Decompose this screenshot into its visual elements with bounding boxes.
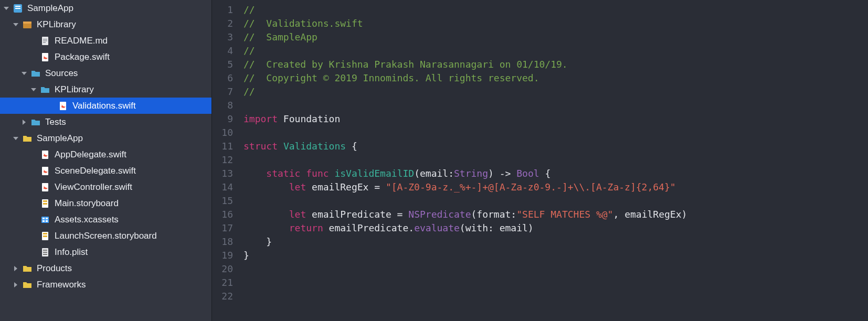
tree-item-label: SampleApp — [27, 3, 73, 14]
storyboard-icon — [40, 198, 50, 209]
folder-sky-icon — [30, 68, 41, 79]
line-number: 4 — [212, 44, 244, 58]
code-line[interactable]: 22 — [212, 290, 868, 303]
svg-rect-26 — [43, 250, 47, 251]
code-content: } — [244, 235, 272, 249]
disclosure-down-icon[interactable] — [3, 5, 9, 12]
svg-rect-11 — [42, 151, 48, 159]
line-number: 16 — [212, 208, 244, 221]
code-line[interactable]: 1// — [212, 3, 868, 17]
folder-sky-icon — [40, 84, 50, 95]
doc-icon — [40, 36, 50, 46]
code-line[interactable]: 3// SampleApp — [212, 30, 868, 44]
tree-item-label: KPLibrary — [37, 19, 76, 30]
code-line[interactable]: 4// — [212, 44, 868, 58]
code-line[interactable]: 10 — [212, 126, 868, 140]
code-line[interactable]: 6// Copyright © 2019 Innominds. All righ… — [212, 71, 868, 85]
tree-item-label: Package.swift — [55, 52, 110, 62]
xcodeproj-icon — [13, 3, 23, 14]
code-line[interactable]: 19} — [212, 249, 868, 262]
svg-rect-1 — [15, 6, 20, 7]
line-number: 22 — [212, 290, 244, 303]
tree-item-assets-xcassets[interactable]: Assets.xcassets — [0, 211, 211, 228]
code-content: import Foundation — [244, 112, 340, 126]
line-number: 15 — [212, 194, 244, 208]
line-number: 21 — [212, 276, 244, 290]
code-content: // Copyright © 2019 Innominds. All right… — [244, 71, 539, 85]
code-line[interactable]: 8 — [212, 99, 868, 112]
tree-item-readme-md[interactable]: README.md — [0, 33, 211, 49]
line-number: 1 — [212, 3, 244, 17]
assets-icon — [40, 215, 50, 225]
tree-item-kplibrary[interactable]: KPLibrary — [0, 16, 211, 33]
tree-item-launchscreen-storyboard[interactable]: LaunchScreen.storyboard — [0, 228, 211, 244]
folder-yellow-icon — [22, 263, 33, 274]
tree-item-scenedelegate-swift[interactable]: SceneDelegate.swift — [0, 163, 211, 179]
tree-item-viewcontroller-swift[interactable]: ViewController.swift — [0, 179, 211, 195]
disclosure-down-icon[interactable] — [13, 135, 19, 142]
tree-item-sources[interactable]: Sources — [0, 65, 211, 81]
project-navigator[interactable]: SampleAppKPLibraryREADME.mdPackage.swift… — [0, 0, 212, 321]
disclosure-right-icon[interactable] — [21, 119, 27, 125]
tree-item-label: Frameworks — [37, 280, 86, 290]
tree-item-frameworks[interactable]: Frameworks — [0, 276, 211, 293]
tree-item-sampleapp[interactable]: SampleApp — [0, 130, 211, 146]
code-line[interactable]: 15 — [212, 194, 868, 208]
code-line[interactable]: 12 — [212, 153, 868, 167]
tree-item-tests[interactable]: Tests — [0, 114, 211, 130]
code-line[interactable]: 16 let emailPredicate = NSPredicate(form… — [212, 208, 868, 221]
disclosure-down-icon[interactable] — [30, 87, 37, 93]
code-line[interactable]: 5// Created by Krishna Prakash Narasanna… — [212, 58, 868, 71]
tree-item-package-swift[interactable]: Package.swift — [0, 49, 211, 65]
tree-item-label: Validations.swift — [72, 101, 136, 111]
tree-item-kplibrary[interactable]: KPLibrary — [0, 81, 211, 98]
svg-rect-20 — [43, 220, 45, 222]
tree-item-label: Main.storyboard — [55, 198, 119, 209]
svg-rect-10 — [60, 102, 66, 110]
line-number: 2 — [212, 17, 244, 30]
tree-item-appdelegate-swift[interactable]: AppDelegate.swift — [0, 146, 211, 163]
folder-sky-icon — [30, 117, 41, 127]
code-line[interactable]: 20 — [212, 262, 868, 276]
code-line[interactable]: 21 — [212, 276, 868, 290]
code-editor[interactable]: 1//2// Validations.swift3// SampleApp4//… — [212, 0, 868, 321]
line-number: 3 — [212, 30, 244, 44]
code-line[interactable]: 2// Validations.swift — [212, 17, 868, 30]
tree-item-sampleapp[interactable]: SampleApp — [0, 0, 211, 16]
swift-icon — [40, 52, 50, 62]
tree-item-label: SampleApp — [37, 133, 83, 144]
line-number: 5 — [212, 58, 244, 71]
code-line[interactable]: 7// — [212, 85, 868, 99]
disclosure-down-icon[interactable] — [21, 70, 27, 77]
code-line[interactable]: 18 } — [212, 235, 868, 249]
tree-item-label: KPLibrary — [55, 84, 94, 95]
code-content: // — [244, 85, 255, 99]
code-content: static func isValidEmailID(email:String)… — [244, 167, 551, 180]
code-line[interactable]: 11struct Validations { — [212, 140, 868, 153]
tree-item-main-storyboard[interactable]: Main.storyboard — [0, 195, 211, 211]
svg-rect-23 — [43, 233, 47, 234]
line-number: 13 — [212, 167, 244, 180]
code-line[interactable]: 17 return emailPredicate.evaluate(with: … — [212, 221, 868, 235]
plist-icon — [40, 247, 50, 258]
disclosure-right-icon[interactable] — [13, 265, 19, 272]
svg-rect-15 — [43, 200, 47, 202]
line-number: 14 — [212, 180, 244, 194]
code-content: } — [244, 249, 249, 262]
tree-item-products[interactable]: Products — [0, 260, 211, 276]
tree-item-label: Assets.xcassets — [55, 215, 119, 225]
line-number: 18 — [212, 235, 244, 249]
svg-rect-8 — [43, 42, 46, 43]
disclosure-right-icon[interactable] — [13, 282, 19, 288]
svg-rect-7 — [43, 40, 47, 41]
code-line[interactable]: 9import Foundation — [212, 112, 868, 126]
tree-item-label: README.md — [55, 36, 108, 46]
code-line[interactable]: 13 static func isValidEmailID(email:Stri… — [212, 167, 868, 180]
disclosure-down-icon[interactable] — [13, 22, 19, 28]
svg-rect-12 — [42, 167, 48, 175]
tree-item-validations-swift[interactable]: Validations.swift — [0, 98, 211, 114]
svg-rect-17 — [41, 217, 49, 223]
tree-item-info-plist[interactable]: Info.plist — [0, 244, 211, 260]
tree-item-label: SceneDelegate.swift — [55, 166, 136, 176]
code-line[interactable]: 14 let emailRegEx = "[A-Z0-9a-z._%+-]+@[… — [212, 180, 868, 194]
